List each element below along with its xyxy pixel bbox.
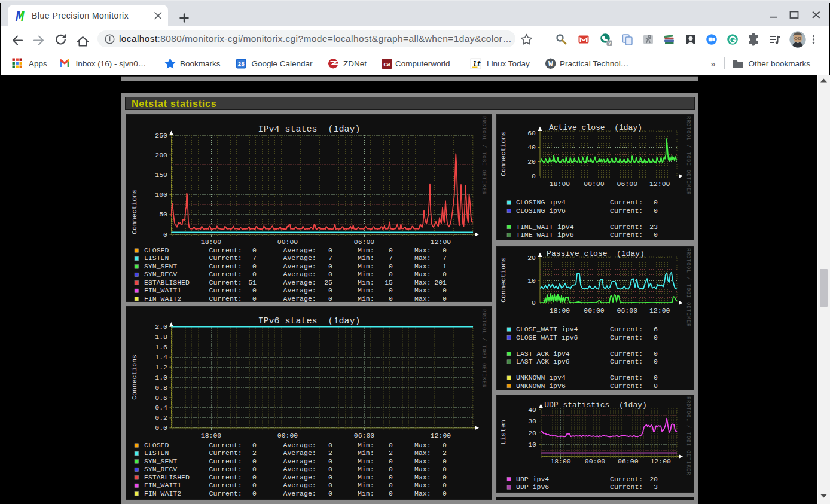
svg-text:00:00: 00:00 (584, 307, 605, 314)
svg-text:0: 0 (328, 262, 332, 270)
svg-text:Current:: Current: (610, 325, 643, 333)
svg-text:50: 50 (159, 210, 167, 218)
svg-text:18:00: 18:00 (550, 180, 570, 188)
svg-text:Connections: Connections (130, 189, 138, 234)
svg-text:Average:: Average: (283, 286, 316, 294)
svg-text:0: 0 (328, 490, 332, 497)
svg-text:Average:: Average: (283, 490, 316, 497)
svg-text:Max:: Max: (414, 481, 431, 489)
svg-text:SYN_RECV: SYN_RECV (144, 465, 177, 473)
svg-text:1.4: 1.4 (155, 353, 167, 361)
svg-text:12:00: 12:00 (431, 432, 451, 439)
svg-text:0: 0 (328, 441, 332, 449)
svg-text:3: 3 (654, 483, 658, 491)
svg-text:Active close (1day): Active close (1day) (549, 123, 642, 132)
svg-text:CLOSED: CLOSED (144, 246, 169, 254)
svg-text:12:00: 12:00 (649, 307, 670, 314)
svg-text:Max:: Max: (414, 262, 431, 270)
svg-text:Current:: Current: (209, 279, 242, 286)
svg-text:7: 7 (389, 254, 393, 262)
svg-text:0: 0 (328, 295, 332, 303)
svg-text:Max:: Max: (414, 465, 431, 473)
svg-text:Average:: Average: (283, 481, 316, 489)
svg-text:Current:: Current: (610, 207, 643, 215)
svg-text:Min:: Min: (358, 254, 374, 262)
svg-text:Connections: Connections (499, 257, 507, 303)
svg-text:Current:: Current: (610, 334, 643, 341)
svg-text:18:00: 18:00 (201, 432, 222, 439)
svg-text:0: 0 (443, 441, 447, 449)
svg-text:0: 0 (328, 457, 332, 465)
svg-text:Current:: Current: (209, 465, 242, 473)
svg-text:0: 0 (389, 286, 393, 294)
svg-text:Current:: Current: (610, 198, 643, 206)
svg-text:RRDTOOL / TOBI OETIKER: RRDTOOL / TOBI OETIKER (481, 309, 487, 388)
svg-text:CLOSING ipv4: CLOSING ipv4 (516, 198, 566, 206)
svg-text:7: 7 (328, 254, 332, 262)
svg-text:TIME_WAIT ipv4: TIME_WAIT ipv4 (516, 223, 574, 231)
svg-text:0: 0 (252, 246, 257, 254)
svg-text:0: 0 (328, 246, 332, 254)
svg-text:0: 0 (654, 350, 658, 358)
svg-text:Current:: Current: (610, 358, 643, 365)
svg-text:UDP ipv4: UDP ipv4 (516, 475, 549, 483)
svg-text:1.6: 1.6 (155, 343, 167, 351)
svg-text:2: 2 (328, 449, 332, 457)
svg-text:0.6: 0.6 (155, 394, 167, 402)
svg-text:Current:: Current: (209, 490, 242, 497)
svg-text:0: 0 (328, 286, 332, 294)
svg-text:CW: CW (384, 62, 390, 68)
svg-text:0: 0 (532, 172, 536, 180)
svg-text:LAST_ACK ipv6: LAST_ACK ipv6 (516, 358, 570, 365)
svg-text:UDP ipv6: UDP ipv6 (516, 483, 549, 491)
svg-text:Min:: Min: (358, 246, 374, 254)
svg-text:0: 0 (252, 270, 257, 278)
svg-text:2: 2 (389, 449, 393, 457)
svg-text:0: 0 (252, 465, 257, 473)
svg-text:Average:: Average: (283, 457, 316, 465)
svg-text:FIN_WAIT2: FIN_WAIT2 (144, 295, 181, 303)
svg-text:06:00: 06:00 (354, 238, 375, 246)
svg-text:12:00: 12:00 (649, 180, 670, 188)
svg-text:Max:: Max: (414, 490, 431, 497)
svg-text:Current:: Current: (209, 246, 242, 254)
svg-text:0: 0 (252, 262, 257, 270)
svg-text:SYN_SENT: SYN_SENT (144, 457, 177, 465)
svg-text:RRDTOOL / TOBI OETIKER: RRDTOOL / TOBI OETIKER (685, 248, 691, 327)
svg-text:60: 60 (527, 129, 536, 137)
svg-text:0: 0 (654, 231, 658, 239)
svg-text:0: 0 (389, 490, 393, 497)
svg-text:2: 2 (443, 449, 447, 457)
svg-text:00:00: 00:00 (584, 180, 605, 188)
svg-text:Current:: Current: (209, 481, 242, 489)
svg-text:Min:: Min: (358, 465, 374, 473)
svg-text:Average:: Average: (283, 474, 316, 481)
svg-text:0: 0 (389, 465, 393, 473)
svg-text:Current:: Current: (209, 295, 242, 303)
svg-text:TIME_WAIT ipv6: TIME_WAIT ipv6 (516, 231, 574, 239)
svg-text:Max:: Max: (414, 295, 431, 303)
svg-text:0: 0 (654, 207, 658, 215)
svg-text:Min:: Min: (358, 457, 374, 465)
svg-text:06:00: 06:00 (617, 307, 638, 314)
svg-text:0.4: 0.4 (155, 404, 167, 411)
svg-text:Min:: Min: (358, 279, 374, 286)
svg-text:100: 100 (155, 191, 167, 198)
svg-text:20: 20 (649, 475, 658, 483)
svg-text:Min:: Min: (358, 490, 374, 497)
svg-text:Max:: Max: (414, 457, 431, 465)
svg-text:0: 0 (443, 481, 447, 489)
svg-text:0: 0 (328, 465, 332, 473)
svg-text:Current:: Current: (610, 374, 643, 381)
svg-text:0: 0 (443, 457, 447, 465)
svg-text:0: 0 (654, 198, 658, 206)
svg-text:0: 0 (654, 374, 658, 381)
svg-text:FIN_WAIT1: FIN_WAIT1 (144, 481, 181, 489)
svg-text:0: 0 (328, 270, 332, 278)
svg-text:18:00: 18:00 (550, 457, 571, 465)
svg-text:Current:: Current: (610, 350, 643, 358)
svg-text:Max:: Max: (414, 286, 431, 294)
svg-text:06:00: 06:00 (354, 432, 375, 439)
svg-text:0.0: 0.0 (155, 424, 167, 432)
svg-text:0.8: 0.8 (155, 384, 167, 392)
